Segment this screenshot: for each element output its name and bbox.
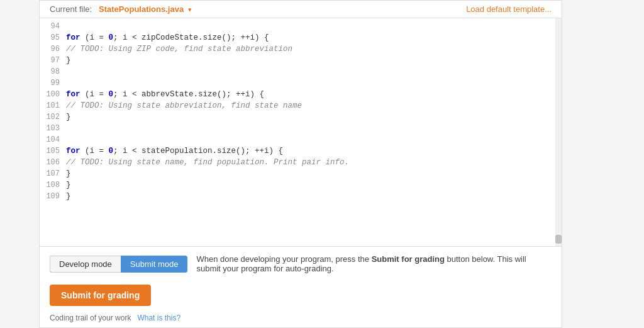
line-code: }	[66, 191, 562, 202]
table-row: 101 // TODO: Using state abbreviation, f…	[40, 100, 562, 111]
current-file-label: Current file: StatePopulations.java ▾	[50, 4, 192, 14]
table-row: 104	[40, 134, 562, 145]
table-row: 99	[40, 77, 562, 89]
line-number: 101	[40, 100, 66, 111]
line-number: 108	[40, 179, 66, 191]
line-code: }	[66, 111, 562, 123]
line-number: 97	[40, 55, 66, 66]
line-number: 105	[40, 145, 66, 157]
file-name[interactable]: StatePopulations.java	[99, 4, 184, 14]
table-row: 100 for (i = 0; i < abbrevState.size(); …	[40, 89, 562, 100]
line-number: 100	[40, 89, 66, 100]
line-code: for (i = 0; i < zipCodeState.size(); ++i…	[66, 32, 562, 43]
line-number: 107	[40, 168, 66, 179]
bottom-panel: Develop mode Submit mode When done devel…	[40, 247, 562, 327]
line-number: 96	[40, 43, 66, 55]
line-code: for (i = 0; i < statePopulation.size(); …	[66, 145, 562, 157]
submit-mode-tab[interactable]: Submit mode	[121, 256, 188, 273]
coding-trail-label: Coding trail of your work	[50, 314, 131, 322]
table-row: 107 }	[40, 168, 562, 179]
tab-description: When done developing your program, press…	[196, 254, 552, 273]
line-number: 104	[40, 134, 66, 145]
develop-mode-tab[interactable]: Develop mode	[50, 256, 121, 273]
line-number: 109	[40, 191, 66, 202]
table-row: 109 }	[40, 191, 562, 202]
load-default-link[interactable]: Load default template...	[466, 4, 552, 14]
line-number: 99	[40, 77, 66, 89]
table-row: 97 }	[40, 55, 562, 66]
line-code: // TODO: Using state name, find populati…	[66, 157, 562, 168]
line-code: for (i = 0; i < abbrevState.size(); ++i)…	[66, 89, 562, 100]
code-editor[interactable]: 94 95 for (i = 0; i < zipCodeState.size(…	[40, 18, 562, 247]
line-number: 94	[40, 21, 66, 32]
line-code: // TODO: Using ZIP code, find state abbr…	[66, 43, 562, 55]
table-row: 94	[40, 21, 562, 32]
table-row: 105 for (i = 0; i < statePopulation.size…	[40, 145, 562, 157]
table-row: 95 for (i = 0; i < zipCodeState.size(); …	[40, 32, 562, 43]
scrollbar-thumb[interactable]	[555, 235, 562, 244]
submit-for-grading-button[interactable]: Submit for grading	[50, 285, 151, 306]
line-code: // TODO: Using state abbreviation, find …	[66, 100, 562, 111]
table-row: 108 }	[40, 179, 562, 191]
coding-trail: Coding trail of your work What is this?	[50, 314, 552, 322]
line-number: 102	[40, 111, 66, 123]
line-number: 103	[40, 123, 66, 134]
file-dropdown-icon[interactable]: ▾	[188, 6, 192, 13]
what-is-this-link[interactable]: What is this?	[137, 314, 180, 322]
line-code: }	[66, 55, 562, 66]
line-number: 95	[40, 32, 66, 43]
table-row: 102 }	[40, 111, 562, 123]
tabs-row: Develop mode Submit mode When done devel…	[50, 254, 552, 273]
scrollbar-track[interactable]	[555, 18, 562, 246]
table-row: 98	[40, 66, 562, 77]
line-number: 98	[40, 66, 66, 77]
table-row: 103	[40, 123, 562, 134]
line-number: 106	[40, 157, 66, 168]
table-row: 96 // TODO: Using ZIP code, find state a…	[40, 43, 562, 55]
file-header: Current file: StatePopulations.java ▾ Lo…	[40, 1, 562, 18]
table-row: 106 // TODO: Using state name, find popu…	[40, 157, 562, 168]
line-code: }	[66, 179, 562, 191]
code-content: 94 95 for (i = 0; i < zipCodeState.size(…	[40, 18, 562, 205]
line-code: }	[66, 168, 562, 179]
